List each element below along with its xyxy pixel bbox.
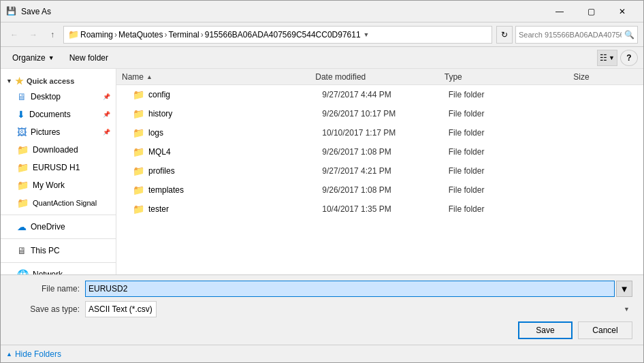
dialog-title: Save As (21, 7, 544, 16)
file-name: templates (148, 185, 184, 195)
path-bar[interactable]: 📁 Roaming › MetaQuotes › Terminal › 9155… (63, 26, 492, 44)
view-button[interactable]: ☷ ▼ (597, 50, 617, 66)
file-list: Name ▲ Date modified Type Size 📁 config … (116, 69, 643, 274)
path-arrow-2: › (164, 30, 167, 40)
sidebar-item-thispc[interactable]: 🖥 This PC (1, 242, 116, 259)
filetype-wrapper: ASCII Text (*.csv) ▼ (85, 301, 632, 317)
help-button[interactable]: ? (620, 50, 638, 66)
table-row[interactable]: 📁 templates 9/26/2017 1:08 PM File folde… (116, 180, 643, 200)
dialog-icon: 💾 (6, 6, 17, 17)
table-row[interactable]: 📁 tester 10/4/2017 1:35 PM File folder (116, 200, 643, 219)
filetype-label: Save as type: (12, 304, 80, 314)
sidebar-item-documents[interactable]: ⬇ Documents 📌 (1, 106, 116, 123)
sidebar-item-quantaction-label: QuantAction Signal (33, 199, 97, 207)
path-dropdown-arrow[interactable]: ▼ (364, 31, 370, 38)
folder-item-icon: 📁 (133, 146, 144, 157)
file-list-header: Name ▲ Date modified Type Size (116, 69, 643, 85)
pin-icon-pictures: 📌 (103, 129, 110, 136)
file-name: tester (148, 204, 169, 214)
file-date: 9/26/2017 10:17 PM (322, 109, 449, 119)
file-type: File folder (449, 166, 575, 176)
quick-access-star: ★ (15, 76, 24, 86)
sidebar-item-mywork[interactable]: 📁 My Work (1, 176, 116, 194)
sidebar-divider-3 (1, 262, 116, 263)
close-button[interactable]: ✕ (607, 1, 638, 22)
search-input[interactable] (519, 31, 622, 39)
desktop-icon: 🖥 (17, 91, 27, 102)
save-as-dialog: 💾 Save As — ▢ ✕ ← → ↑ 📁 Roaming › MetaQu… (0, 0, 644, 363)
sidebar-item-pictures[interactable]: 🖼 Pictures 📌 (1, 123, 116, 141)
sidebar-item-network-label: Network (33, 270, 63, 274)
file-date: 10/4/2017 1:35 PM (322, 204, 449, 214)
sidebar-item-desktop-label: Desktop (31, 92, 61, 101)
sidebar-item-desktop[interactable]: 🖥 Desktop 📌 (1, 88, 116, 106)
save-button[interactable]: Save (518, 321, 573, 339)
col-date-header: Date modified (315, 72, 445, 82)
search-icon: 🔍 (624, 30, 634, 40)
sort-arrow: ▲ (146, 74, 152, 80)
file-name: history (148, 109, 172, 119)
filename-dropdown-button[interactable]: ▼ (616, 281, 632, 297)
sidebar-divider-1 (1, 215, 116, 215)
back-button[interactable]: ← (6, 27, 22, 43)
table-row[interactable]: 📁 MQL4 9/26/2017 1:08 PM File folder (116, 142, 643, 161)
file-type: File folder (449, 90, 575, 99)
onedrive-icon: ☁ (17, 221, 27, 232)
file-type: File folder (449, 109, 575, 119)
sidebar-item-onedrive-label: OneDrive (31, 222, 65, 232)
sidebar-item-onedrive[interactable]: ☁ OneDrive (1, 218, 116, 236)
pin-icon-desktop: 📌 (103, 93, 110, 100)
sidebar: ▼ ★ Quick access 🖥 Desktop 📌 ⬇ Documents… (1, 69, 116, 274)
refresh-button[interactable]: ↻ (496, 26, 513, 44)
folder-item-icon: 📁 (133, 165, 144, 176)
new-folder-button[interactable]: New folder (63, 50, 114, 66)
folder-item-icon: 📁 (133, 89, 144, 100)
sidebar-divider-2 (1, 238, 116, 239)
organize-dropdown-arrow: ▼ (48, 54, 54, 61)
pin-icon-documents: 📌 (103, 111, 110, 118)
path-segment-terminal: Terminal (168, 30, 199, 40)
table-row[interactable]: 📁 logs 10/10/2017 1:17 PM File folder (116, 123, 643, 142)
organize-button[interactable]: Organize ▼ (6, 50, 61, 66)
sidebar-item-thispc-label: This PC (31, 246, 60, 255)
sidebar-item-quantaction[interactable]: 📁 QuantAction Signal (1, 194, 116, 212)
filetype-select[interactable]: ASCII Text (*.csv) (85, 301, 157, 317)
footer: ▲ Hide Folders (1, 345, 643, 362)
file-name: MQL4 (148, 147, 171, 157)
minimize-button[interactable]: — (544, 1, 575, 22)
path-folder-icon: 📁 (68, 29, 79, 40)
sidebar-item-network[interactable]: 🌐 Network (1, 266, 116, 274)
file-type: File folder (449, 204, 575, 214)
path-arrow-1: › (114, 30, 117, 40)
table-row[interactable]: 📁 history 9/26/2017 10:17 PM File folder (116, 104, 643, 123)
maximize-button[interactable]: ▢ (575, 1, 607, 22)
hide-folders-arrow: ▲ (6, 351, 12, 358)
hide-folders-button[interactable]: ▲ Hide Folders (6, 349, 61, 359)
file-type: File folder (449, 147, 575, 157)
forward-button[interactable]: → (25, 27, 42, 43)
up-button[interactable]: ↑ (44, 27, 61, 43)
downloaded-icon: 📁 (17, 144, 29, 155)
main-area: ▼ ★ Quick access 🖥 Desktop 📌 ⬇ Documents… (1, 69, 643, 274)
col-name-header: Name ▲ (122, 72, 315, 82)
sidebar-item-downloaded[interactable]: 📁 Downloaded (1, 141, 116, 159)
file-name: logs (148, 128, 163, 138)
toolbar: Organize ▼ New folder ☷ ▼ ? (1, 47, 643, 69)
file-type: File folder (449, 185, 575, 195)
titlebar: 💾 Save As — ▢ ✕ (1, 1, 643, 22)
quick-access-arrow: ▼ (6, 78, 12, 84)
filename-row: File name: ▼ (12, 281, 632, 297)
file-name: profiles (148, 166, 175, 176)
eurusd-icon: 📁 (17, 162, 29, 173)
file-date: 9/26/2017 1:08 PM (322, 147, 449, 157)
folder-item-icon: 📁 (133, 127, 144, 138)
path-arrow-3: › (201, 30, 204, 40)
path-segment-hash: 915566BA06ADA407569C544CC0D97611 (205, 30, 361, 40)
table-row[interactable]: 📁 profiles 9/27/2017 4:21 PM File folder (116, 161, 643, 180)
sidebar-item-documents-label: Documents (29, 110, 71, 119)
sidebar-item-eurusd[interactable]: 📁 EURUSD H1 (1, 159, 116, 176)
filename-input[interactable] (85, 281, 615, 297)
folder-item-icon: 📁 (133, 108, 144, 119)
table-row[interactable]: 📁 config 9/27/2017 4:44 PM File folder (116, 85, 643, 104)
cancel-button[interactable]: Cancel (578, 321, 632, 339)
